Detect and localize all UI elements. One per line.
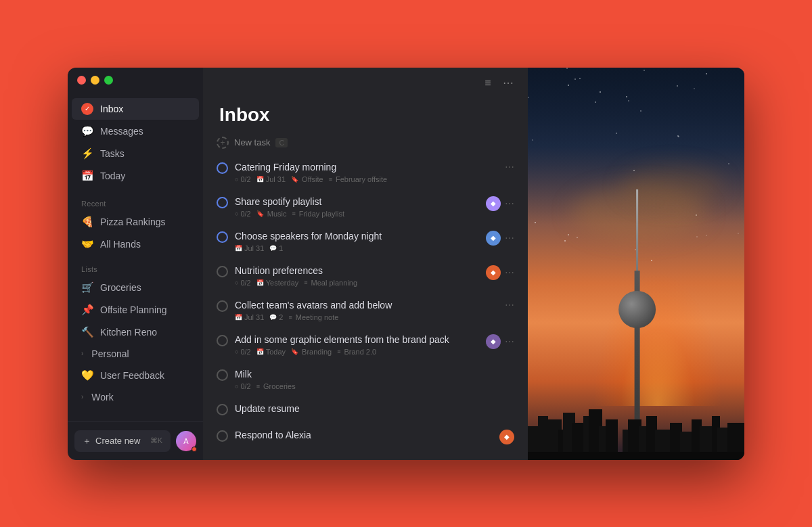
sidebar-item-inbox[interactable]: ✓ Inbox bbox=[72, 98, 199, 120]
all-hands-icon: 🤝 bbox=[81, 238, 93, 250]
meta-item: 📅Yesterday bbox=[256, 279, 299, 287]
task-title: Respond to Alexia bbox=[235, 430, 493, 440]
chevron-icon: › bbox=[81, 350, 83, 357]
inbox-icon: ✓ bbox=[81, 103, 93, 115]
meta-item: 📅Today bbox=[256, 348, 286, 356]
sidebar-item-label: Inbox bbox=[100, 104, 123, 114]
meta-item: 📅Jul 31 bbox=[235, 244, 264, 252]
task-main: Update resume bbox=[235, 403, 508, 417]
new-task-row[interactable]: + New task C bbox=[203, 133, 528, 156]
task-title: Share spotify playlist bbox=[235, 196, 479, 207]
meta-item: 💬2 bbox=[269, 313, 283, 321]
task-right: ◆ bbox=[499, 430, 514, 444]
feedback-icon: 💛 bbox=[81, 369, 93, 382]
task-item[interactable]: Milk○0/2≡Groceries bbox=[210, 363, 521, 396]
page-title: Inbox bbox=[203, 93, 528, 133]
nav-section: ✓ Inbox 💬 Messages ⚡ Tasks 📅 Today bbox=[68, 95, 203, 190]
avatar: ◆ bbox=[486, 196, 501, 211]
sidebar-item-label: Tasks bbox=[100, 148, 125, 159]
task-menu-icon[interactable]: ⋯ bbox=[505, 162, 514, 173]
task-title: Milk bbox=[235, 369, 508, 380]
svg-rect-23 bbox=[528, 452, 744, 460]
lists-section: Lists 🛒 Groceries 📌 Offsite Planning 🔨 K… bbox=[68, 258, 203, 408]
meta-item: ≡Meal planning bbox=[304, 279, 357, 287]
recent-section: Recent 🍕 Pizza Rankings 🤝 All Hands bbox=[68, 193, 203, 256]
sidebar-item-label: Groceries bbox=[100, 282, 141, 293]
close-button[interactable] bbox=[77, 76, 86, 85]
sidebar-item-groceries[interactable]: 🛒 Groceries bbox=[72, 277, 199, 298]
task-meta: ○0/2📅Yesterday≡Meal planning bbox=[235, 279, 479, 287]
task-item[interactable]: Add in some graphic elements from the br… bbox=[210, 328, 521, 362]
sidebar-item-work[interactable]: › Work bbox=[72, 387, 199, 407]
sidebar-item-offsite-planning[interactable]: 📌 Offsite Planning bbox=[72, 299, 199, 321]
meta-item: ≡Friday playlist bbox=[292, 210, 344, 218]
sidebar-item-user-feedback[interactable]: 💛 User Feedback bbox=[72, 365, 199, 386]
meta-item: 🔖Offsite bbox=[291, 175, 323, 183]
task-checkbox[interactable] bbox=[217, 266, 228, 277]
task-meta: ○0/2≡Groceries bbox=[235, 382, 508, 390]
sidebar-item-label: Pizza Rankings bbox=[100, 216, 166, 227]
task-right: ◆⋯ bbox=[486, 265, 514, 280]
task-checkbox[interactable] bbox=[217, 231, 228, 243]
groceries-icon: 🛒 bbox=[81, 281, 93, 294]
sidebar-item-today[interactable]: 📅 Today bbox=[72, 165, 199, 187]
sidebar-item-label: Messages bbox=[100, 126, 143, 137]
sidebar-bottom: ＋ Create new ⌘K A bbox=[68, 421, 203, 460]
sidebar-item-messages[interactable]: 💬 Messages bbox=[72, 120, 199, 142]
meta-item: 📅Jul 31 bbox=[235, 313, 264, 321]
task-checkbox[interactable] bbox=[217, 335, 228, 346]
task-checkbox[interactable] bbox=[217, 197, 228, 208]
task-menu-icon[interactable]: ⋯ bbox=[505, 233, 514, 244]
sidebar-item-personal[interactable]: › Personal bbox=[72, 344, 199, 364]
sidebar-item-kitchen-reno[interactable]: 🔨 Kitchen Reno bbox=[72, 321, 199, 343]
task-checkbox[interactable] bbox=[217, 430, 228, 442]
shortcut-label: ⌘K bbox=[150, 436, 162, 445]
task-checkbox[interactable] bbox=[217, 369, 228, 381]
task-menu-icon[interactable]: ⋯ bbox=[505, 267, 514, 278]
task-meta: 📅Jul 31💬1 bbox=[235, 244, 479, 252]
avatar[interactable]: A bbox=[176, 431, 196, 451]
tasks-list: Catering Friday morning○0/2📅Jul 31🔖Offsi… bbox=[203, 156, 528, 460]
task-item[interactable]: Collect team's avatars and add below📅Jul… bbox=[210, 294, 521, 327]
avatar: ◆ bbox=[486, 231, 501, 246]
task-item[interactable]: Catering Friday morning○0/2📅Jul 31🔖Offsi… bbox=[210, 156, 521, 189]
meta-item: ○0/2 bbox=[235, 175, 251, 183]
avatar: ◆ bbox=[486, 334, 501, 349]
task-item[interactable]: Share spotify playlist○0/2🔖Music≡Friday … bbox=[210, 190, 521, 224]
tasks-icon: ⚡ bbox=[81, 147, 93, 160]
meta-item: ≡Groceries bbox=[256, 382, 296, 390]
recent-label: Recent bbox=[68, 193, 203, 210]
task-item[interactable]: Nutrition preferences○0/2📅Yesterday≡Meal… bbox=[210, 259, 521, 293]
offsite-icon: 📌 bbox=[81, 304, 93, 316]
task-title: Collect team's avatars and add below bbox=[235, 300, 498, 311]
pizza-icon: 🍕 bbox=[81, 216, 93, 228]
filter-button[interactable]: ≡ bbox=[478, 73, 498, 93]
meta-item: ≡Brand 2.0 bbox=[337, 348, 376, 356]
sidebar-item-tasks[interactable]: ⚡ Tasks bbox=[72, 143, 199, 164]
sidebar-item-all-hands[interactable]: 🤝 All Hands bbox=[72, 233, 199, 255]
meta-item: ○0/2 bbox=[235, 279, 251, 287]
task-menu-icon[interactable]: ⋯ bbox=[505, 198, 514, 209]
more-button[interactable]: ⋯ bbox=[498, 73, 518, 93]
task-item[interactable]: Update resume bbox=[210, 397, 521, 423]
task-title: Nutrition preferences bbox=[235, 265, 479, 276]
maximize-button[interactable] bbox=[104, 76, 113, 85]
create-new-button[interactable]: ＋ Create new ⌘K bbox=[74, 430, 171, 452]
task-meta: ○0/2📅Jul 31🔖Offsite≡February offsite bbox=[235, 175, 498, 183]
minimize-button[interactable] bbox=[91, 76, 99, 85]
task-item[interactable]: Respond to Alexia◆ bbox=[210, 423, 521, 451]
task-item[interactable]: Choose speakers for Monday night📅Jul 31💬… bbox=[210, 225, 521, 258]
task-checkbox[interactable] bbox=[217, 404, 228, 415]
task-title: Choose speakers for Monday night bbox=[235, 231, 479, 242]
task-checkbox[interactable] bbox=[217, 300, 228, 312]
task-menu-icon[interactable]: ⋯ bbox=[505, 336, 514, 347]
task-right: ◆⋯ bbox=[486, 196, 514, 211]
task-meta: ○0/2📅Today🔖Branding≡Brand 2.0 bbox=[235, 348, 479, 356]
task-menu-icon[interactable]: ⋯ bbox=[505, 300, 514, 311]
task-main: Share spotify playlist○0/2🔖Music≡Friday … bbox=[235, 196, 479, 218]
task-main: Choose speakers for Monday night📅Jul 31💬… bbox=[235, 231, 479, 252]
task-checkbox[interactable] bbox=[217, 162, 228, 174]
task-meta: ○0/2🔖Music≡Friday playlist bbox=[235, 210, 479, 218]
city-silhouette bbox=[528, 379, 744, 460]
sidebar-item-pizza-rankings[interactable]: 🍕 Pizza Rankings bbox=[72, 211, 199, 233]
